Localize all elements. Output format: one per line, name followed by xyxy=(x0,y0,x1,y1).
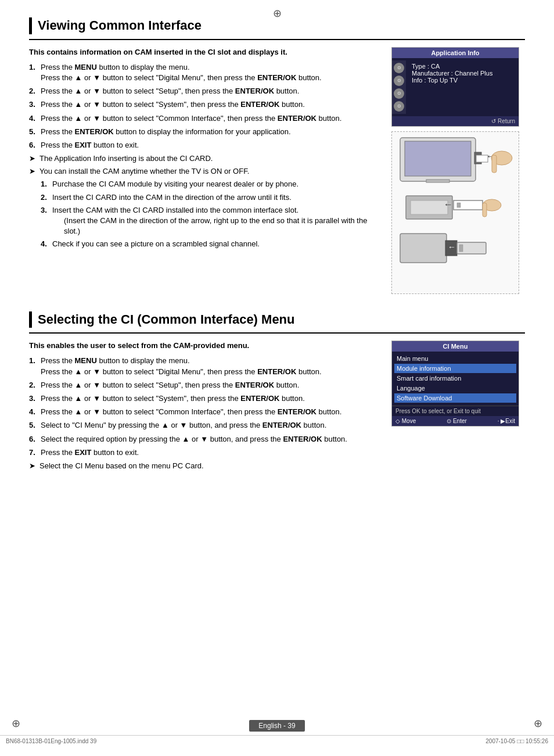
step-4: 4. Press the ▲ or ▼ button to select "Co… xyxy=(29,113,380,124)
sub-step-4: 4. Check if you can see a picture on a s… xyxy=(41,239,380,249)
ci-menu-item-3[interactable]: Software Download xyxy=(394,393,516,403)
arrow-icon-s2: ➤ xyxy=(29,461,39,471)
sub-step-4-num: 4. xyxy=(41,239,52,249)
step-2: 2. Press the ▲ or ▼ button to select "Se… xyxy=(29,86,380,96)
s2-step-4-num: 4. xyxy=(29,407,41,417)
ci-nav-exit: · ▶Exit xyxy=(498,418,515,424)
s2-step-4: 4. Press the ▲ or ▼ button to select "Co… xyxy=(29,407,380,417)
slot-diagram: ← xyxy=(394,228,516,268)
section2-steps: 1. Press the MENU button to display the … xyxy=(29,356,380,458)
step-5: 5. Press the ENTER/OK button to display … xyxy=(29,127,380,137)
card-insertion-diagram: ← xyxy=(394,184,516,228)
section1-intro: This contains information on CAM inserte… xyxy=(29,47,380,58)
ci-menu-header: CI Menu xyxy=(392,341,519,352)
svg-rect-14 xyxy=(483,203,487,217)
sub-step-3: 3. Insert the CAM with the CI CARD insta… xyxy=(41,205,380,237)
sub-step-1-num: 1. xyxy=(41,179,52,189)
step-5-num: 5. xyxy=(29,127,41,137)
arrow-icon-2: ➤ xyxy=(29,166,39,177)
note-1-text: The Application Info inserting is about … xyxy=(39,153,213,164)
step-1: 1. Press the MENU button to display the … xyxy=(29,62,380,83)
arrow-icon-1: ➤ xyxy=(29,153,39,164)
sub-step-4-text: Check if you can see a picture on a scra… xyxy=(52,239,260,249)
ci-menu-status: Press OK to select, or Exit to quit xyxy=(392,406,519,416)
note-1: ➤ The Application Info inserting is abou… xyxy=(29,153,380,164)
cam-icon-1: ⊙ xyxy=(394,63,404,73)
svg-rect-18 xyxy=(459,245,463,252)
sub-step-1: 1. Purchase the CI CAM module by visitin… xyxy=(41,179,380,189)
s2-step-1: 1. Press the MENU button to display the … xyxy=(29,356,380,377)
svg-rect-2 xyxy=(426,180,449,182)
cam-diagram: ← xyxy=(391,131,519,294)
footer-meta: BN68-01313B-01Eng-1005.indd 39 2007-10-0… xyxy=(0,735,554,744)
s2-step-1-content: Press the MENU button to display the men… xyxy=(41,356,380,377)
step-5-content: Press the ENTER/OK button to display the… xyxy=(41,127,380,137)
section2-image-col: CI Menu Main menu Module information Sma… xyxy=(391,341,525,474)
step-3-content: Press the ▲ or ▼ button to select "Syste… xyxy=(41,99,380,110)
svg-rect-1 xyxy=(405,141,471,176)
ci-menu-item-1[interactable]: Smart card information xyxy=(394,374,516,383)
app-info-manufacturer: Manufacturer : Channel Plus xyxy=(412,70,516,77)
svg-rect-9 xyxy=(411,200,448,214)
crosshair-top-icon: ⊕ xyxy=(273,7,282,20)
svg-rect-6 xyxy=(492,155,497,173)
step-6: 6. Press the EXIT button to exit. xyxy=(29,140,380,151)
section1-content: This contains information on CAM inserte… xyxy=(29,47,525,294)
page-number: English - 39 xyxy=(249,720,304,732)
s2-step-7-num: 7. xyxy=(29,447,41,458)
app-info-type: Type : CA xyxy=(412,63,516,70)
section2-text-col: This enables the user to select from the… xyxy=(29,341,380,474)
section1-image-col: Application Info ⊙ ⊙ ⊙ ⊙ Type : CA Manuf… xyxy=(391,47,525,294)
ci-menu-item-0[interactable]: Module information xyxy=(394,364,516,373)
s2-step-6-content: Select the required option by pressing t… xyxy=(41,434,380,445)
s2-step-2: 2. Press the ▲ or ▼ button to select "Se… xyxy=(29,380,380,390)
ci-menu-item-2[interactable]: Language xyxy=(394,384,516,393)
s2-note-1: ➤ Select the CI Menu based on the menu P… xyxy=(29,461,380,471)
footer-right: 2007-10-05 □□ 10:55:26 xyxy=(485,738,548,744)
s2-step-6: 6. Select the required option by pressin… xyxy=(29,434,380,445)
sub-step-1-text: Purchase the CI CAM module by visiting y… xyxy=(52,179,298,189)
cam-icon-3: ⊙ xyxy=(394,88,404,99)
s2-step-2-num: 2. xyxy=(29,380,41,390)
ci-nav-move: ◇ Move xyxy=(395,418,416,424)
section-ci-menu: Selecting the CI (Common Interface) Menu… xyxy=(29,311,525,474)
svg-text:←: ← xyxy=(444,199,453,209)
section1-steps: 1. Press the MENU button to display the … xyxy=(29,62,380,151)
step-2-content: Press the ▲ or ▼ button to select "Setup… xyxy=(41,86,380,96)
app-info-box: Application Info ⊙ ⊙ ⊙ ⊙ Type : CA Manuf… xyxy=(391,47,519,127)
s2-step-5: 5. Select to "CI Menu" by pressing the ▲… xyxy=(29,420,380,431)
section2-divider xyxy=(29,332,525,334)
section2-notes: ➤ Select the CI Menu based on the menu P… xyxy=(29,461,380,471)
s2-step-7-content: Press the EXIT button to exit. xyxy=(41,447,380,458)
section2-intro: This enables the user to select from the… xyxy=(29,341,380,351)
sub-step-2: 2. Insert the CI CARD into the CAM in th… xyxy=(41,192,380,203)
cam-icon-2: ⊙ xyxy=(394,76,404,86)
s2-note-1-text: Select the CI Menu based on the menu PC … xyxy=(39,461,204,471)
s2-step-2-content: Press the ▲ or ▼ button to select "Setup… xyxy=(41,380,380,390)
section-viewing-ci: Viewing Common Interface This contains i… xyxy=(29,17,525,294)
app-info-header: Application Info xyxy=(392,48,519,58)
footer-left: BN68-01313B-01Eng-1005.indd 39 xyxy=(6,738,96,744)
section2-content: This enables the user to select from the… xyxy=(29,341,525,474)
app-info-info: Info : Top Up TV xyxy=(412,77,516,84)
svg-text:←: ← xyxy=(448,242,456,252)
sub-step-2-text: Insert the CI CARD into the CAM in the d… xyxy=(52,192,292,203)
s2-step-5-content: Select to "CI Menu" by pressing the ▲ or… xyxy=(41,420,380,431)
s2-step-6-num: 6. xyxy=(29,434,41,445)
step-3: 3. Press the ▲ or ▼ button to select "Sy… xyxy=(29,99,380,110)
step-6-num: 6. xyxy=(29,140,41,151)
section1-title: Viewing Common Interface xyxy=(29,17,525,34)
section2-title: Selecting the CI (Common Interface) Menu xyxy=(29,311,525,328)
svg-rect-7 xyxy=(476,155,488,162)
section1-notes: ➤ The Application Info inserting is abou… xyxy=(29,153,380,177)
ci-menu-nav: ◇ Move ⊙ Enter · ▶Exit xyxy=(392,416,519,426)
section1-divider xyxy=(29,39,525,40)
s2-step-3-num: 3. xyxy=(29,393,41,404)
s2-step-7: 7. Press the EXIT button to exit. xyxy=(29,447,380,458)
ci-menu-box: CI Menu Main menu Module information Sma… xyxy=(391,341,519,427)
sub-step-2-num: 2. xyxy=(41,192,52,203)
sub-step-3-text: Insert the CAM with the CI CARD installe… xyxy=(52,205,380,237)
tv-insertion-diagram: ← xyxy=(394,132,516,184)
ci-nav-enter: ⊙ Enter xyxy=(447,418,467,424)
svg-rect-15 xyxy=(400,234,447,263)
